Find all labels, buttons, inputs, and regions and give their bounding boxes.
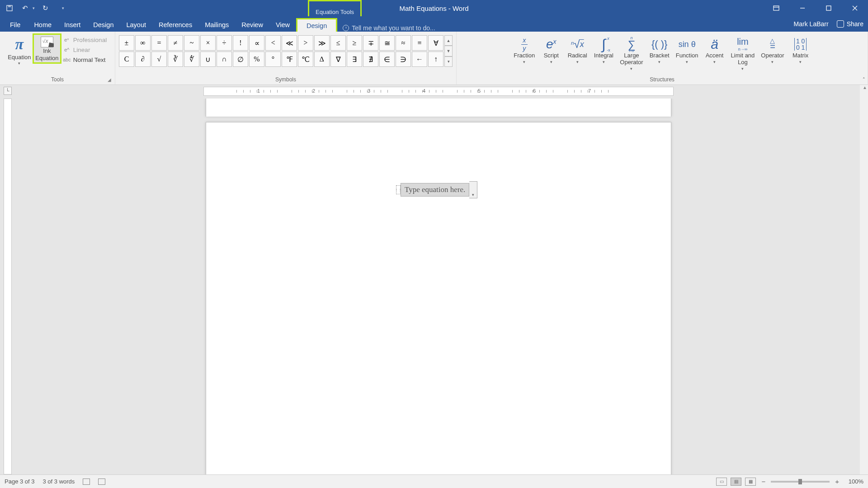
symbol-button[interactable]: ≈ bbox=[396, 35, 411, 51]
symbol-button[interactable]: ≥ bbox=[347, 35, 362, 51]
vertical-scrollbar[interactable]: ▲ bbox=[860, 85, 868, 474]
equation-content-control[interactable]: ⋮⋮ Type equation here. ▾ bbox=[396, 181, 477, 198]
symbol-button[interactable]: ∝ bbox=[249, 35, 264, 51]
equation-move-handle[interactable]: ⋮⋮ bbox=[396, 185, 401, 194]
minimize-icon[interactable] bbox=[789, 0, 816, 16]
symbol-button[interactable]: ≪ bbox=[282, 35, 297, 51]
structure-limit-log-button[interactable]: limn→∞Limit and Log▾ bbox=[728, 35, 758, 72]
symbol-button[interactable]: ≤ bbox=[330, 35, 346, 51]
symbol-button[interactable]: ∋ bbox=[396, 52, 411, 67]
symbol-button[interactable]: ∓ bbox=[363, 35, 378, 51]
symbol-button[interactable]: ∇ bbox=[330, 52, 346, 67]
symbol-button[interactable]: ∪ bbox=[200, 52, 216, 67]
tab-equation-design[interactable]: Design bbox=[296, 18, 337, 32]
symbol-button[interactable]: ∈ bbox=[379, 52, 395, 67]
symbol-button[interactable]: ÷ bbox=[217, 35, 232, 51]
tab-mailings[interactable]: Mailings bbox=[198, 18, 235, 32]
scroll-up-icon[interactable]: ▲ bbox=[863, 85, 867, 90]
symbol-button[interactable]: ← bbox=[412, 52, 427, 67]
symbols-scroll-down[interactable]: ▼ bbox=[444, 46, 453, 56]
structure-accent-button[interactable]: äAccent▾ bbox=[702, 35, 727, 72]
structure-operator-button[interactable]: △=Operator▾ bbox=[758, 35, 787, 72]
tools-dialog-launcher[interactable]: ◢ bbox=[108, 77, 113, 83]
undo-dropdown-icon[interactable]: ▾ bbox=[33, 6, 35, 10]
symbols-scroll-up[interactable]: ▲ bbox=[444, 35, 453, 46]
structure-matrix-button[interactable]: 1 00 1Matrix▾ bbox=[788, 35, 813, 72]
share-button[interactable]: Share bbox=[837, 20, 863, 28]
professional-button[interactable]: eˣ Professional bbox=[61, 35, 108, 44]
horizontal-ruler[interactable]: 1234567 bbox=[203, 87, 674, 96]
tab-design[interactable]: Design bbox=[87, 18, 120, 32]
symbol-button[interactable]: ∆ bbox=[314, 52, 330, 67]
tab-references[interactable]: References bbox=[152, 18, 198, 32]
symbol-button[interactable]: < bbox=[265, 35, 281, 51]
vertical-ruler[interactable] bbox=[4, 99, 12, 474]
symbol-button[interactable]: ≫ bbox=[314, 35, 330, 51]
read-mode-view[interactable]: ▭ bbox=[716, 478, 727, 486]
symbol-button[interactable]: ↑ bbox=[428, 52, 443, 67]
ink-equation-button[interactable]: Ink Equation bbox=[33, 33, 61, 64]
structure-large-operator-button[interactable]: n∑i=0Large Operator▾ bbox=[617, 35, 646, 72]
structure-radical-button[interactable]: n√xRadical▾ bbox=[565, 35, 590, 72]
structure-fraction-button[interactable]: xyFraction▾ bbox=[511, 35, 538, 72]
structure-function-button[interactable]: sin θFunction▾ bbox=[673, 35, 701, 72]
symbol-button[interactable]: ∂ bbox=[135, 52, 151, 67]
symbol-button[interactable]: % bbox=[249, 52, 264, 67]
normal-text-button[interactable]: abc Normal Text bbox=[61, 55, 108, 64]
status-page[interactable]: Page 3 of 3 bbox=[5, 478, 35, 485]
symbol-button[interactable]: ~ bbox=[184, 35, 199, 51]
undo-icon[interactable]: ↶ bbox=[20, 3, 30, 13]
symbol-button[interactable]: ∄ bbox=[363, 52, 378, 67]
page[interactable]: ⋮⋮ Type equation here. ▾ bbox=[206, 122, 671, 474]
symbol-button[interactable]: ≠ bbox=[168, 35, 183, 51]
symbol-button[interactable]: ± bbox=[119, 35, 134, 51]
linear-button[interactable]: e^ Linear bbox=[61, 45, 108, 54]
structure-bracket-button[interactable]: {( )}Bracket▾ bbox=[647, 35, 672, 72]
zoom-in-button[interactable]: + bbox=[833, 478, 841, 485]
zoom-slider[interactable] bbox=[771, 481, 830, 483]
symbol-button[interactable]: √ bbox=[151, 52, 167, 67]
symbol-button[interactable]: C bbox=[119, 52, 134, 67]
tab-layout[interactable]: Layout bbox=[120, 18, 152, 32]
symbol-button[interactable]: ∜ bbox=[184, 52, 199, 67]
print-layout-view[interactable]: ▤ bbox=[731, 478, 741, 486]
spellcheck-icon[interactable] bbox=[83, 479, 90, 485]
zoom-out-button[interactable]: − bbox=[760, 478, 767, 485]
redo-icon[interactable]: ↻ bbox=[40, 3, 50, 13]
symbol-button[interactable]: ° bbox=[265, 52, 281, 67]
web-layout-view[interactable]: ▦ bbox=[745, 478, 756, 486]
symbol-button[interactable]: ! bbox=[233, 35, 248, 51]
symbol-button[interactable]: × bbox=[200, 35, 216, 51]
tab-selector[interactable]: └ bbox=[4, 87, 12, 95]
symbol-button[interactable]: ℃ bbox=[298, 52, 313, 67]
ribbon-display-options-icon[interactable] bbox=[763, 0, 789, 16]
symbol-button[interactable]: ∩ bbox=[217, 52, 232, 67]
structure-integral-button[interactable]: ∫x-xIntegral▾ bbox=[591, 35, 616, 72]
tab-view[interactable]: View bbox=[269, 18, 296, 32]
equation-placeholder-text[interactable]: Type equation here. bbox=[401, 183, 469, 197]
macro-icon[interactable] bbox=[98, 479, 105, 485]
symbol-button[interactable]: ≅ bbox=[379, 35, 395, 51]
symbol-button[interactable]: ∀ bbox=[428, 35, 443, 51]
zoom-thumb[interactable] bbox=[798, 479, 802, 484]
qat-customize-icon[interactable]: ▾ bbox=[62, 6, 64, 10]
tell-me-search[interactable]: Tell me what you want to do... bbox=[343, 24, 435, 32]
save-icon[interactable] bbox=[5, 3, 14, 13]
equation-button[interactable]: π Equation ▾ bbox=[6, 33, 33, 68]
equation-options-dropdown[interactable]: ▾ bbox=[469, 181, 477, 198]
zoom-value[interactable]: 100% bbox=[844, 478, 863, 485]
symbol-button[interactable]: ℉ bbox=[282, 52, 297, 67]
tab-review[interactable]: Review bbox=[235, 18, 269, 32]
symbol-button[interactable]: = bbox=[151, 35, 167, 51]
maximize-icon[interactable] bbox=[816, 0, 842, 16]
symbol-button[interactable]: ≡ bbox=[412, 35, 427, 51]
structure-script-button[interactable]: exScript▾ bbox=[538, 35, 564, 72]
tab-insert[interactable]: Insert bbox=[58, 18, 87, 32]
symbols-expand[interactable]: ▾ bbox=[444, 56, 453, 67]
symbol-button[interactable]: ∅ bbox=[233, 52, 248, 67]
status-words[interactable]: 3 of 3 words bbox=[43, 478, 75, 485]
tab-file[interactable]: File bbox=[3, 18, 28, 32]
collapse-ribbon-icon[interactable]: ˄ bbox=[863, 77, 865, 83]
close-icon[interactable] bbox=[842, 0, 868, 16]
symbol-button[interactable]: > bbox=[298, 35, 313, 51]
